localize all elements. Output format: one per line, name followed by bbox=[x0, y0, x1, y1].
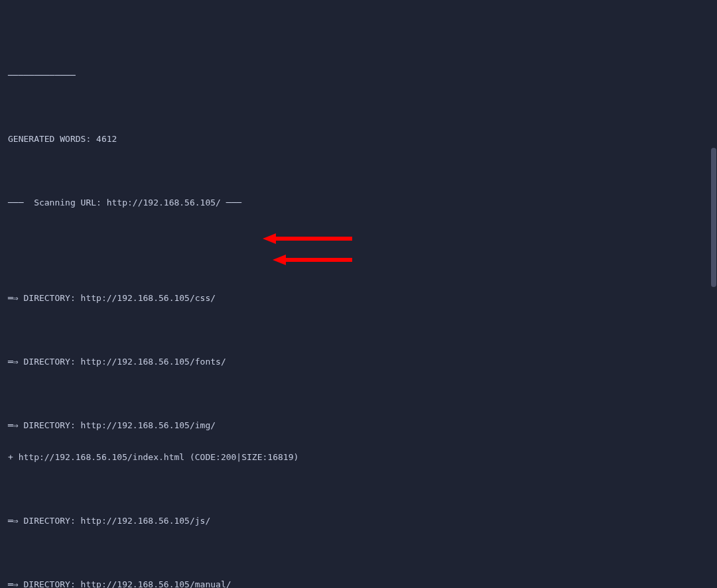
line-3 bbox=[8, 166, 709, 176]
line-16: ═⇒ DIRECTORY: http://192.168.56.105/manu… bbox=[8, 579, 709, 588]
arrow-left-icon bbox=[263, 233, 352, 244]
line-0: ───────────── bbox=[8, 70, 709, 81]
line-9: ═⇒ DIRECTORY: http://192.168.56.105/font… bbox=[8, 357, 709, 367]
svg-marker-0 bbox=[263, 233, 352, 244]
line-12: + http://192.168.56.105/index.html (CODE… bbox=[8, 452, 709, 463]
line-5 bbox=[8, 229, 709, 240]
annotation-arrow-wordpress bbox=[262, 244, 352, 268]
line-8 bbox=[8, 325, 709, 335]
line-6 bbox=[8, 261, 709, 272]
scrollbar-thumb[interactable] bbox=[711, 148, 716, 287]
line-7: ═⇒ DIRECTORY: http://192.168.56.105/css/ bbox=[8, 293, 709, 304]
line-15 bbox=[8, 548, 709, 558]
line-1 bbox=[8, 102, 709, 113]
line-10 bbox=[8, 388, 709, 399]
line-13 bbox=[8, 484, 709, 495]
line-11: ═⇒ DIRECTORY: http://192.168.56.105/img/ bbox=[8, 420, 709, 431]
line-2: GENERATED WORDS: 4612 bbox=[8, 134, 709, 145]
line-4: ─── Scanning URL: http://192.168.56.105/… bbox=[8, 198, 709, 208]
svg-marker-1 bbox=[273, 255, 352, 265]
terminal-output: ───────────── GENERATED WORDS: 4612 ─── … bbox=[8, 49, 709, 588]
scrollbar-track[interactable] bbox=[710, 0, 717, 588]
arrow-left-icon bbox=[273, 255, 352, 265]
annotation-arrow-vendor bbox=[252, 223, 352, 247]
line-14: ═⇒ DIRECTORY: http://192.168.56.105/js/ bbox=[8, 516, 709, 526]
